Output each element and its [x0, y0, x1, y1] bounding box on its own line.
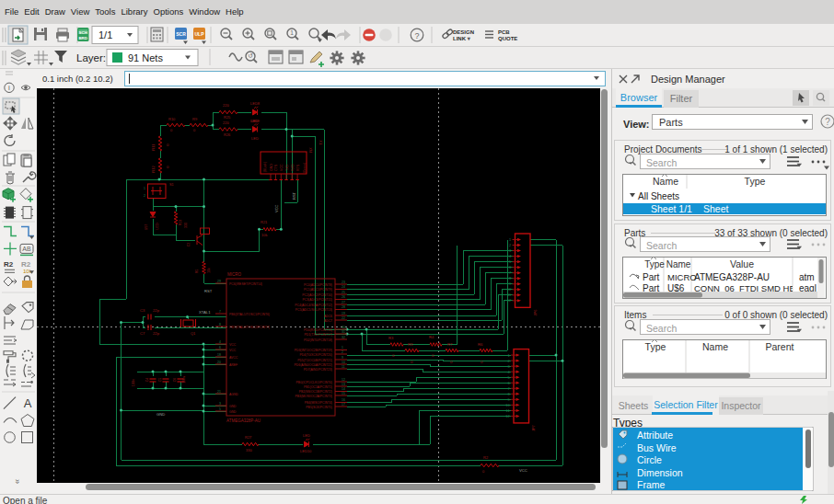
svg-text:11: 11: [507, 293, 511, 297]
svg-text:9: 9: [507, 398, 509, 402]
svg-text:?: ?: [414, 31, 419, 40]
svg-text:23: 23: [342, 281, 345, 284]
svg-text:5: 5: [509, 260, 511, 264]
svg-text:ADC7: ADC7: [324, 319, 332, 323]
svg-text:4: 4: [219, 340, 221, 344]
svg-text:Q1: Q1: [191, 331, 196, 336]
svg-text:2: 2: [144, 194, 145, 198]
svg-text:Part: Part: [643, 272, 660, 282]
svg-text:5: 5: [219, 407, 221, 411]
svg-text:R3: R3: [388, 336, 394, 340]
svg-text:R27: R27: [245, 435, 252, 440]
svg-text:PC4(ADC4/SDA/PCINT12): PC4(ADC4/SDA/PCINT12): [295, 304, 332, 307]
svg-text:PD3(INT1/OC2B/PCINT19): PD3(INT1/OC2B/PCINT19): [295, 349, 332, 352]
svg-text:Layer:: Layer:: [76, 52, 106, 63]
svg-text:»: »: [13, 479, 22, 484]
svg-text:9: 9: [342, 356, 343, 360]
svg-text:R2: R2: [483, 455, 489, 460]
svg-text:Name: Name: [702, 341, 728, 352]
svg-text:28: 28: [342, 305, 345, 309]
svg-text:Bus Wire: Bus Wire: [637, 442, 677, 453]
svg-text:AGND: AGND: [229, 393, 238, 396]
svg-text:(Green): (Green): [303, 163, 307, 173]
svg-text:220: 220: [223, 120, 229, 125]
svg-text:R2: R2: [21, 260, 31, 269]
svg-text:i: i: [8, 84, 10, 92]
svg-text:13: 13: [342, 383, 345, 386]
svg-text:SCR: SCR: [176, 31, 186, 37]
svg-text:R9: R9: [408, 342, 413, 347]
svg-text:PB5(SCK/PCINT5): PB5(SCK/PCINT5): [306, 406, 332, 409]
svg-text:18: 18: [217, 353, 221, 357]
svg-text:C4: C4: [145, 378, 149, 383]
svg-text:GND: GND: [229, 410, 237, 414]
svg-text:31: 31: [342, 330, 345, 334]
svg-text:JP7: JP7: [531, 424, 536, 431]
svg-text:10k: 10k: [207, 268, 211, 273]
svg-text:AVCC: AVCC: [229, 356, 238, 360]
svg-text:1: 1: [144, 187, 145, 190]
svg-text:R25: R25: [224, 115, 231, 120]
svg-text:RX: RX: [308, 147, 313, 153]
svg-text:6: 6: [507, 382, 509, 385]
svg-text:1: 1: [509, 238, 511, 242]
svg-text:VCC: VCC: [229, 343, 237, 347]
svg-text:12: 12: [342, 378, 345, 382]
svg-text:R7: R7: [447, 342, 453, 347]
svg-text:C5: C5: [158, 378, 162, 383]
svg-text:6: 6: [509, 266, 511, 269]
svg-text:Dimension: Dimension: [637, 467, 683, 478]
svg-text:VCC: VCC: [229, 349, 237, 352]
svg-text:100n: 100n: [182, 376, 186, 384]
svg-text:LED10: LED10: [300, 449, 312, 453]
svg-text:PCB: PCB: [498, 29, 510, 35]
svg-text:LED: LED: [156, 223, 159, 229]
svg-text:R12: R12: [151, 165, 156, 172]
svg-text:JP6: JP6: [533, 309, 538, 316]
svg-text:27: 27: [342, 301, 345, 304]
svg-text:12: 12: [507, 299, 511, 303]
svg-text:PD6(AIN0/OC0A/PCINT22): PD6(AIN0/OC0A/PCINT22): [295, 363, 332, 367]
svg-text:30: 30: [342, 326, 345, 329]
svg-text:GND: GND: [229, 405, 237, 408]
svg-text:PC5(ADC5/SCL/PCINT13): PC5(ADC5/SCL/PCINT13): [295, 308, 332, 312]
svg-text:PB0(ICP1/CLKO/PCINT0): PB0(ICP1/CLKO/PCINT0): [296, 381, 332, 384]
svg-text:DESIGN: DESIGN: [453, 29, 474, 35]
svg-text:PB2(SS/OC1B/PCINT2): PB2(SS/OC1B/PCINT2): [299, 390, 332, 394]
svg-text:S1: S1: [169, 183, 174, 187]
svg-text:10: 10: [342, 361, 345, 364]
svg-text:TX: TX: [319, 140, 323, 144]
svg-text:R6: R6: [478, 342, 483, 347]
svg-text:VCC: VCC: [274, 204, 279, 212]
svg-text:2: 2: [507, 360, 509, 363]
svg-text:Name: Name: [653, 176, 678, 187]
svg-text:220: 220: [223, 103, 229, 108]
svg-text:17: 17: [342, 403, 345, 407]
svg-text:3: 3: [509, 249, 511, 253]
svg-text:RXD: RXD: [291, 164, 295, 171]
svg-text:ATMEGA328P-AU: ATMEGA328P-AU: [694, 272, 770, 282]
svg-text:1/1: 1/1: [98, 29, 112, 40]
svg-text:PC0(ADC0/PCINT8): PC0(ADC0/PCINT8): [304, 283, 332, 287]
svg-text:11: 11: [342, 365, 345, 369]
svg-text:11: 11: [506, 409, 510, 413]
svg-text:330: 330: [184, 223, 188, 228]
svg-text:21: 21: [217, 390, 221, 394]
svg-text:C3: C3: [140, 308, 145, 313]
svg-text:R10: R10: [168, 117, 176, 121]
svg-text:RST: RST: [204, 289, 213, 293]
svg-text:24: 24: [342, 285, 345, 289]
svg-text:CTS: CTS: [274, 164, 278, 171]
svg-text:All Sheets: All Sheets: [638, 191, 679, 201]
svg-text:C7: C7: [140, 331, 145, 336]
svg-text:14: 14: [342, 387, 345, 391]
svg-text:16: 16: [342, 398, 345, 402]
svg-text:LED8: LED8: [250, 101, 261, 106]
svg-text:U$7: U$7: [145, 224, 148, 231]
svg-text:(BLack): (BLack): [263, 162, 267, 172]
svg-text:Value: Value: [730, 258, 754, 269]
svg-text:QUOTE: QUOTE: [498, 36, 517, 41]
svg-text:9: 9: [509, 282, 511, 286]
svg-text:SCH: SCH: [79, 30, 87, 35]
svg-text:ATMEGA328P-AU: ATMEGA328P-AU: [226, 418, 261, 423]
